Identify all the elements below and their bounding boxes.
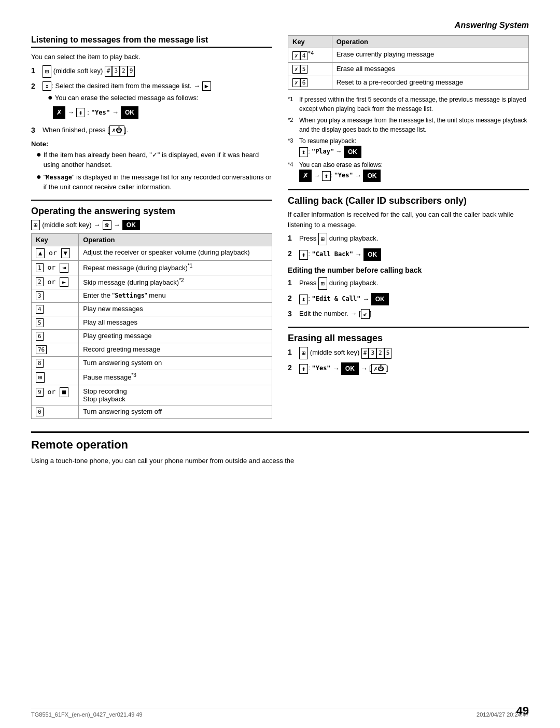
- right-column: Key Operation ✗4*4 Erase currently playi…: [288, 35, 529, 424]
- step2: 2 ↕: Select the desired item from the me…: [31, 81, 272, 122]
- note-label: Note:: [31, 140, 272, 148]
- nav-key: ↕: [43, 81, 51, 91]
- table-row: 5 Play all messages: [32, 316, 272, 330]
- footer: TG8551_61FX_(en-en)_0427_ver021.49 49 20…: [31, 708, 529, 718]
- col-operation-r: Operation: [332, 36, 528, 48]
- key-3e: 3: [369, 348, 376, 359]
- ok-button7: OK: [341, 362, 359, 375]
- section2-wrapper: Operating the answering system ⊞ (middle…: [31, 200, 272, 419]
- ans-icon: ☎: [103, 220, 111, 230]
- table-row: ✗4*4 Erase currently playing message: [288, 48, 529, 63]
- table-row: 4 Play new messages: [32, 303, 272, 316]
- hash-key: #: [361, 348, 369, 359]
- col-operation: Operation: [79, 233, 272, 246]
- soft-key-icon: ⊞: [43, 65, 51, 78]
- star-5: ✗: [292, 65, 300, 74]
- table-row: 1 or ◄ Repeat message (during playback)*…: [32, 260, 272, 275]
- table-row: 0 Turn answering system off: [32, 405, 272, 419]
- table-row: 9 or ■ Stop recordingStop playback: [32, 385, 272, 405]
- end-key: ✗⏻: [109, 125, 124, 135]
- footer-left: TG8551_61FX_(en-en)_0427_ver021.49 49: [31, 711, 143, 718]
- step1: 1 ⊞ (middle soft key) #329: [31, 65, 272, 78]
- up-key: ▲: [36, 248, 45, 258]
- x-button: ✗: [53, 106, 65, 119]
- left-column: Listening to messages from the message l…: [31, 35, 272, 424]
- key-6r: 6: [300, 78, 308, 87]
- caller-id-intro: If caller information is received for th…: [288, 209, 529, 230]
- nav-key4: ↕: [322, 171, 331, 181]
- menu-icon4: ⊞: [299, 347, 308, 359]
- key-2e: 2: [376, 348, 384, 359]
- ok-button5: OK: [363, 248, 381, 261]
- nav-key6: ↕: [299, 295, 308, 304]
- section2-title: Operating the answering system: [31, 206, 272, 217]
- table-row: 8 Turn answering system on: [32, 357, 272, 370]
- caller-step1: 1 Press ⊞ during playback.: [288, 233, 529, 245]
- answering-formula: ⊞ (middle soft key) → ☎ → OK: [31, 220, 272, 230]
- key-9: 9: [128, 66, 135, 77]
- turn-on-cell: Turn answering system on: [79, 357, 272, 370]
- ok-button4: OK: [363, 170, 381, 182]
- edit-number-title: Editing the number before calling back: [288, 266, 529, 274]
- key-6: 6: [36, 332, 44, 341]
- nav-key2: ↕: [76, 108, 85, 118]
- answering-system-title: Answering System: [455, 21, 529, 30]
- erase-steps: 1 ⊞ (middle soft key) #325 2 ↕: "Yes" → …: [288, 347, 529, 375]
- caller-id-section: Calling back (Caller ID subscribers only…: [288, 189, 529, 319]
- footnote1: *1 If pressed within the first 5 seconds…: [288, 95, 529, 114]
- remote-intro: Using a touch-tone phone, you can call y…: [31, 456, 529, 466]
- star-key: ✗: [292, 51, 300, 60]
- ok-button3: OK: [344, 146, 361, 158]
- key-4r: 4: [300, 51, 308, 60]
- footnote3: *3 To resume playback: ↕: "Play" → OK: [288, 136, 529, 158]
- footnote4: *4 You can also erase as follows: ✗ → ↕:…: [288, 160, 529, 182]
- ok-button: OK: [121, 106, 138, 119]
- operation-table: Key Operation ▲ or ▼ Adjust the receiver…: [31, 233, 272, 419]
- note1: ● If the item has already been heard, "✓…: [36, 150, 272, 170]
- key-76: 76: [36, 345, 47, 354]
- play-btn: ▶: [202, 81, 211, 91]
- main-content: Listening to messages from the message l…: [31, 35, 529, 424]
- table-row: ✗6 Reset to a pre-recorded greeting mess…: [288, 76, 529, 90]
- key-8: 8: [36, 359, 44, 368]
- key-5: 5: [36, 318, 44, 327]
- stop-btn: ■: [60, 387, 68, 397]
- menu-icon3: ⊞: [318, 277, 327, 290]
- edit-step3: 3 Edit the number. → [↙]: [288, 309, 529, 319]
- key-3: 3: [112, 66, 120, 77]
- section1-intro: You can select the item to play back.: [31, 52, 272, 62]
- page-container: Answering System Listening to messages f…: [0, 0, 560, 728]
- notes-list: ● If the item has already been heard, "✓…: [31, 150, 272, 192]
- table-row: 6 Play greeting message: [32, 330, 272, 343]
- down-key: ▼: [61, 248, 70, 258]
- erase-step2: 2 ↕: "Yes" → OK → [✗⏻]: [288, 362, 529, 375]
- step3: 3 When finished, press [✗⏻].: [31, 125, 272, 136]
- remote-section: Remote operation Using a touch-tone phon…: [31, 431, 529, 466]
- key-2b: 2: [36, 277, 44, 286]
- edit-steps: 1 Press ⊞ during playback. 2 ↕: "Edit & …: [288, 277, 529, 319]
- key-0: 0: [36, 408, 44, 416]
- pause-icon: ⊞: [36, 372, 45, 383]
- nav-key7: ↕: [299, 364, 308, 374]
- ok-button2: OK: [122, 220, 140, 230]
- nav-key5: ↕: [299, 250, 308, 260]
- end-key3: ✗⏻: [371, 364, 386, 374]
- table-row: ⊞ Pause message*3: [32, 370, 272, 385]
- star-6: ✗: [292, 78, 300, 87]
- table-row: ▲ or ▼ Adjust the receiver or speaker vo…: [32, 246, 272, 260]
- key-hash: #: [105, 66, 113, 77]
- erase-formula: ✗ → ↕: "Yes" → OK: [43, 106, 211, 119]
- key-2: 2: [120, 66, 128, 77]
- key-3b: 3: [36, 291, 44, 300]
- key-1: 1: [36, 263, 44, 272]
- page-header-title: Answering System: [31, 21, 529, 30]
- page-number: 49: [516, 704, 529, 718]
- play-greeting-cell: Play greeting message: [79, 330, 272, 343]
- caller-step2: 2 ↕: "Call Back" → OK: [288, 248, 529, 261]
- key-9: 9: [36, 388, 44, 397]
- col-key-r: Key: [288, 36, 332, 48]
- erase-title: Erasing all messages: [288, 333, 529, 344]
- bullet1: ● You can erase the selected message as …: [48, 93, 211, 103]
- section1-steps: 1 ⊞ (middle soft key) #329 2 ↕: Select t…: [31, 65, 272, 136]
- caller-id-title: Calling back (Caller ID subscribers only…: [288, 195, 529, 206]
